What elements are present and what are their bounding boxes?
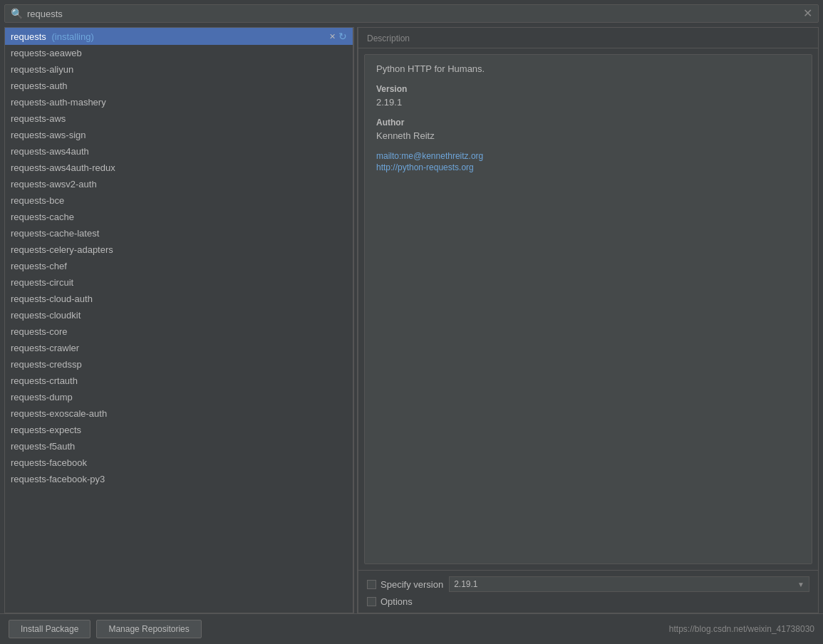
description-label: Description bbox=[358, 28, 818, 48]
version-dropdown[interactable]: 2.19.1 ▼ bbox=[449, 576, 809, 592]
version-value: 2.19.1 bbox=[376, 97, 800, 108]
list-item[interactable]: requests-cloud-auth bbox=[5, 291, 353, 307]
package-name: requests-celery-adapters bbox=[11, 244, 113, 255]
list-item[interactable]: requests-cache-latest bbox=[5, 225, 353, 242]
package-name: requests-auth bbox=[11, 80, 68, 91]
package-name: requests-facebook bbox=[11, 457, 87, 468]
package-name: requests-cloudkit bbox=[11, 310, 81, 321]
list-item[interactable]: requests-exoscale-auth bbox=[5, 405, 353, 422]
package-name: requests-core bbox=[11, 326, 67, 337]
list-item[interactable]: requests-f5auth bbox=[5, 438, 353, 455]
specify-version-row: Specify version 2.19.1 ▼ bbox=[367, 576, 809, 592]
list-item[interactable]: requests-credssp bbox=[5, 356, 353, 373]
package-name: requests-auth-mashery bbox=[11, 97, 106, 108]
list-item[interactable]: requests-circuit bbox=[5, 274, 353, 291]
package-status: (installing) bbox=[49, 31, 94, 42]
list-item[interactable]: requests-bce bbox=[5, 192, 353, 209]
dropdown-arrow-icon: ▼ bbox=[797, 581, 804, 588]
list-item[interactable]: requests-dump bbox=[5, 389, 353, 405]
list-item[interactable]: requests-aliyun bbox=[5, 61, 353, 78]
main-content: requests (installing)✕↻requests-aeawebre… bbox=[4, 27, 819, 613]
package-name: requests-dump bbox=[11, 392, 73, 402]
package-name: requests-crtauth bbox=[11, 375, 78, 386]
package-name: requests-credssp bbox=[11, 359, 82, 370]
footer-url: https://blog.csdn.net/weixin_41738030 bbox=[669, 624, 814, 634]
list-item[interactable]: requests (installing)✕↻ bbox=[5, 28, 353, 45]
install-package-button[interactable]: Install Package bbox=[9, 620, 90, 638]
package-name: requests-aliyun bbox=[11, 64, 73, 75]
list-item[interactable]: requests-auth bbox=[5, 78, 353, 94]
package-name: requests-f5auth bbox=[11, 441, 75, 452]
footer: Install Package Manage Repositories http… bbox=[0, 613, 823, 644]
list-item[interactable]: requests-auth-mashery bbox=[5, 94, 353, 110]
package-name: requests-chef bbox=[11, 261, 67, 271]
list-item[interactable]: requests-facebook bbox=[5, 455, 353, 471]
package-name: requests-facebook-py3 bbox=[11, 474, 105, 484]
options-checkbox-wrap[interactable]: Options bbox=[367, 596, 413, 607]
right-panel: Description Python HTTP for Humans. Vers… bbox=[358, 27, 819, 613]
package-name: requests-circuit bbox=[11, 277, 73, 288]
list-item[interactable]: requests-chef bbox=[5, 258, 353, 274]
package-name: requests-cache-latest bbox=[11, 228, 99, 239]
search-bar: 🔍 ✕ bbox=[4, 4, 819, 23]
package-list: requests (installing)✕↻requests-aeawebre… bbox=[5, 28, 353, 613]
pin-icon: ✕ bbox=[329, 32, 336, 41]
list-item[interactable]: requests-crtauth bbox=[5, 373, 353, 389]
options-label: Options bbox=[381, 596, 413, 607]
description-link[interactable]: mailto:me@kennethreitz.org bbox=[376, 151, 800, 161]
list-item[interactable]: requests-crawler bbox=[5, 340, 353, 356]
package-name: requests-awsv2-auth bbox=[11, 179, 97, 189]
list-item[interactable]: requests-aeaweb bbox=[5, 45, 353, 61]
search-input[interactable] bbox=[27, 9, 803, 19]
description-link[interactable]: http://python-requests.org bbox=[376, 162, 800, 172]
package-name: requests-aeaweb bbox=[11, 48, 82, 58]
package-name: requests-crawler bbox=[11, 343, 79, 353]
package-name: requests-aws bbox=[11, 113, 66, 124]
package-name: requests-aws-sign bbox=[11, 130, 86, 140]
desc-tagline: Python HTTP for Humans. bbox=[376, 63, 800, 74]
package-name: requests-cloud-auth bbox=[11, 294, 93, 304]
options-row: Options bbox=[367, 596, 809, 607]
package-name: requests-aws4auth bbox=[11, 146, 89, 157]
specify-version-checkbox[interactable] bbox=[367, 580, 376, 589]
list-item[interactable]: requests-celery-adapters bbox=[5, 242, 353, 258]
item-icons: ✕↻ bbox=[329, 31, 347, 42]
list-item[interactable]: requests-cloudkit bbox=[5, 307, 353, 323]
list-item[interactable]: requests-cache bbox=[5, 209, 353, 225]
refresh-icon[interactable]: ↻ bbox=[338, 31, 347, 42]
specify-version-label: Specify version bbox=[381, 579, 443, 590]
options-checkbox[interactable] bbox=[367, 597, 376, 606]
list-item[interactable]: requests-facebook-py3 bbox=[5, 471, 353, 487]
package-name: requests-aws4auth-redux bbox=[11, 162, 115, 173]
manage-repositories-button[interactable]: Manage Repositories bbox=[96, 620, 201, 638]
version-dropdown-value: 2.19.1 bbox=[454, 579, 477, 589]
clear-icon[interactable]: ✕ bbox=[803, 8, 812, 19]
author-value: Kenneth Reitz bbox=[376, 130, 800, 141]
bottom-controls: Specify version 2.19.1 ▼ Options bbox=[358, 570, 818, 613]
list-item[interactable]: requests-aws bbox=[5, 110, 353, 127]
list-item[interactable]: requests-awsv2-auth bbox=[5, 176, 353, 192]
footer-buttons: Install Package Manage Repositories bbox=[9, 620, 202, 638]
list-item[interactable]: requests-core bbox=[5, 323, 353, 340]
left-panel: requests (installing)✕↻requests-aeawebre… bbox=[4, 27, 353, 613]
package-name: requests-exoscale-auth bbox=[11, 408, 107, 419]
package-name: requests-bce bbox=[11, 195, 64, 206]
list-item[interactable]: requests-aws4auth bbox=[5, 143, 353, 160]
description-content: Python HTTP for Humans. Version 2.19.1 A… bbox=[365, 55, 812, 182]
links-container: mailto:me@kennethreitz.orghttp://python-… bbox=[376, 151, 800, 172]
description-box: Python HTTP for Humans. Version 2.19.1 A… bbox=[364, 54, 812, 564]
version-label: Version bbox=[376, 84, 800, 94]
package-name: requests (installing) bbox=[11, 31, 94, 42]
package-name: requests-cache bbox=[11, 212, 74, 222]
search-icon: 🔍 bbox=[11, 8, 23, 19]
list-item[interactable]: requests-aws-sign bbox=[5, 127, 353, 143]
package-name: requests-expects bbox=[11, 425, 81, 435]
specify-version-checkbox-wrap[interactable]: Specify version bbox=[367, 579, 443, 590]
list-item[interactable]: requests-aws4auth-redux bbox=[5, 160, 353, 176]
list-item[interactable]: requests-expects bbox=[5, 422, 353, 438]
author-label: Author bbox=[376, 118, 800, 128]
